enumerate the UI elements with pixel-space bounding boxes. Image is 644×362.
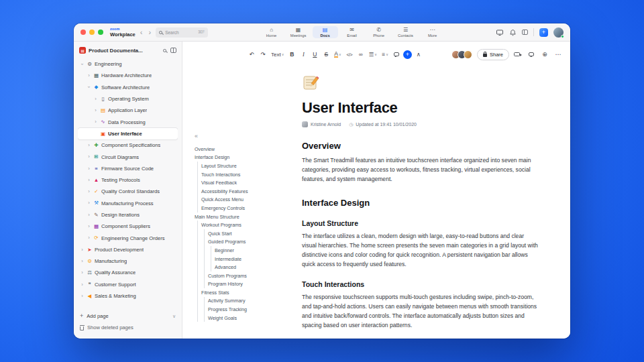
document-editor[interactable]: User Interface Kristine Arnold ◷ Updated… — [302, 74, 539, 335]
outline-item[interactable]: Beginner — [195, 246, 297, 255]
text-color-button[interactable]: A∨ — [333, 49, 342, 60]
forward-button[interactable]: › — [147, 29, 152, 36]
global-search-input[interactable]: Search ⌘F — [156, 27, 208, 38]
side-panel-toggle-icon[interactable] — [522, 29, 528, 35]
sidebar-item[interactable]: ›▤Application Layer — [78, 105, 178, 116]
text-style-select[interactable]: Text∨ — [270, 49, 285, 60]
outline-item[interactable]: Advanced — [195, 263, 297, 272]
globe-button[interactable]: ⊕ — [541, 52, 549, 58]
outline-item[interactable]: Quick Start — [195, 229, 297, 238]
outline-item[interactable]: Touch Interactions — [195, 170, 297, 179]
sidebar-item[interactable]: ›▦Hardware Architecture — [78, 70, 178, 81]
sidebar-item[interactable]: ›≡Firmware Source Code — [78, 163, 178, 174]
outline-item[interactable]: Layout Structure — [195, 162, 297, 170]
chevron-right-icon[interactable]: › — [87, 166, 91, 172]
chevron-right-icon[interactable]: › — [87, 235, 91, 241]
underline-button[interactable]: U — [310, 49, 319, 60]
outline-item[interactable]: Overview — [195, 145, 297, 154]
sidebar-item[interactable]: ›◀Sales & Marketing — [78, 290, 178, 302]
chevron-down-icon[interactable]: › — [87, 85, 92, 90]
chevron-right-icon[interactable]: › — [80, 259, 85, 264]
chevron-right-icon[interactable]: › — [87, 154, 91, 160]
outline-item[interactable]: Interface Design — [195, 154, 297, 162]
sidebar-item[interactable]: ›∿Data Processing — [78, 116, 178, 127]
outline-item[interactable]: Workout Programs — [195, 221, 297, 229]
share-screen-icon[interactable] — [496, 29, 504, 36]
paragraph-layout-structure[interactable]: The interface utilizes a clean, modern d… — [302, 232, 539, 269]
collapse-toolbar-button[interactable]: ∧ — [414, 49, 423, 60]
doc-emoji-icon[interactable] — [302, 74, 539, 94]
outline-item[interactable]: Progress Tracking — [195, 305, 297, 314]
sidebar-item[interactable]: ›➤Product Development — [78, 244, 178, 255]
outline-item[interactable]: Activity Summary — [195, 297, 297, 306]
comment-button[interactable] — [392, 49, 401, 60]
chevron-right-icon[interactable]: › — [87, 200, 91, 206]
italic-button[interactable]: I — [299, 49, 308, 60]
notifications-bell-icon[interactable] — [509, 29, 517, 36]
sidebar-item[interactable]: ›❞Customer Support — [78, 279, 178, 290]
outline-item[interactable]: Weight Goals — [195, 314, 297, 322]
sidebar-collapse-icon[interactable] — [170, 48, 176, 53]
tab-phone[interactable]: ✆Phone — [366, 26, 392, 39]
tab-docs[interactable]: ▤Docs — [313, 26, 338, 39]
new-item-button[interactable]: + — [539, 28, 548, 37]
outline-item[interactable]: Fitness Stats — [195, 288, 297, 297]
strikethrough-button[interactable]: S — [321, 49, 331, 60]
user-avatar[interactable] — [553, 27, 564, 38]
link-button[interactable]: ∞ — [356, 49, 366, 60]
bold-button[interactable]: B — [287, 49, 297, 60]
sidebar-item[interactable]: ›⟳Engineering Change Orders — [78, 232, 178, 243]
chevron-right-icon[interactable]: › — [80, 247, 85, 253]
heading-overview[interactable]: Overview — [302, 141, 539, 151]
chevron-right-icon[interactable]: › — [93, 108, 98, 113]
heading-interface-design[interactable]: Interface Design — [302, 198, 539, 208]
chevron-down-icon[interactable]: › — [80, 62, 85, 66]
sidebar-item[interactable]: ›▦Component Suppliers — [78, 221, 178, 232]
insert-button[interactable]: + — [403, 50, 412, 59]
share-button[interactable]: Share — [477, 49, 509, 60]
outline-item[interactable]: Custom Programs — [195, 272, 297, 280]
chevron-down-icon[interactable]: ∨ — [172, 314, 176, 319]
outline-item[interactable]: Accessibility Features — [195, 187, 297, 196]
list-button[interactable]: ☰∨ — [368, 49, 378, 60]
sidebar-item[interactable]: ›⚖Quality Assurance — [78, 267, 178, 278]
tab-meetings[interactable]: ▦Meetings — [286, 26, 311, 39]
zoom-window-button[interactable] — [98, 29, 103, 35]
chevron-right-icon[interactable]: › — [80, 270, 85, 276]
chevron-right-icon[interactable]: › — [93, 119, 98, 125]
sidebar-item[interactable]: ›▯Operating System — [78, 93, 178, 105]
sidebar-item[interactable]: ›⚙Manufacturing — [78, 255, 178, 267]
doc-title[interactable]: User Interface — [302, 99, 539, 117]
inline-code-button[interactable]: </> — [345, 49, 354, 60]
paragraph-overview[interactable]: The Smart Treadmill features an intuitiv… — [302, 156, 539, 184]
outline-collapse-button[interactable]: « — [195, 133, 198, 139]
outline-item[interactable]: Program History — [195, 280, 297, 289]
tab-more[interactable]: ⋯More — [420, 26, 445, 39]
chat-button[interactable] — [527, 52, 535, 56]
chevron-right-icon[interactable]: › — [87, 224, 91, 229]
add-page-button[interactable]: + Add page ∨ — [78, 310, 178, 322]
chevron-right-icon[interactable]: › — [87, 178, 91, 183]
sidebar-item[interactable]: ›▲Testing Protocols — [78, 174, 178, 186]
chevron-right-icon[interactable]: › — [80, 294, 85, 299]
outline-item[interactable]: Intermediate — [195, 255, 297, 263]
sidebar-item[interactable]: ›◆Software Architecture — [78, 82, 178, 93]
tab-contacts[interactable]: ☰Contacts — [393, 26, 419, 39]
outline-item[interactable]: Emergency Controls — [195, 204, 297, 213]
heading-touch-interactions[interactable]: Touch Interactions — [302, 280, 539, 288]
minimize-window-button[interactable] — [89, 29, 95, 35]
redo-button[interactable]: ↷ — [258, 49, 268, 60]
sidebar-item[interactable]: ›✓Quality Control Standards — [78, 186, 178, 197]
sidebar-item[interactable]: ›✎Design Iterations — [78, 209, 178, 221]
chevron-right-icon[interactable]: › — [87, 189, 91, 194]
paragraph-touch-interactions[interactable]: The responsive touchscreen supports mult… — [302, 293, 539, 330]
outline-item[interactable]: Guided Programs — [195, 238, 297, 247]
heading-layout-structure[interactable]: Layout Structure — [302, 219, 539, 227]
tab-email[interactable]: ✉Email — [339, 26, 365, 39]
outline-item[interactable]: Main Menu Structure — [195, 213, 297, 221]
collaborator-avatar[interactable] — [464, 50, 472, 59]
align-button[interactable]: ≡∨ — [380, 49, 390, 60]
sidebar-item[interactable]: ▣User Interface — [78, 128, 178, 139]
sidebar-search-icon[interactable] — [163, 49, 166, 52]
more-button[interactable]: ⋯ — [554, 52, 562, 58]
